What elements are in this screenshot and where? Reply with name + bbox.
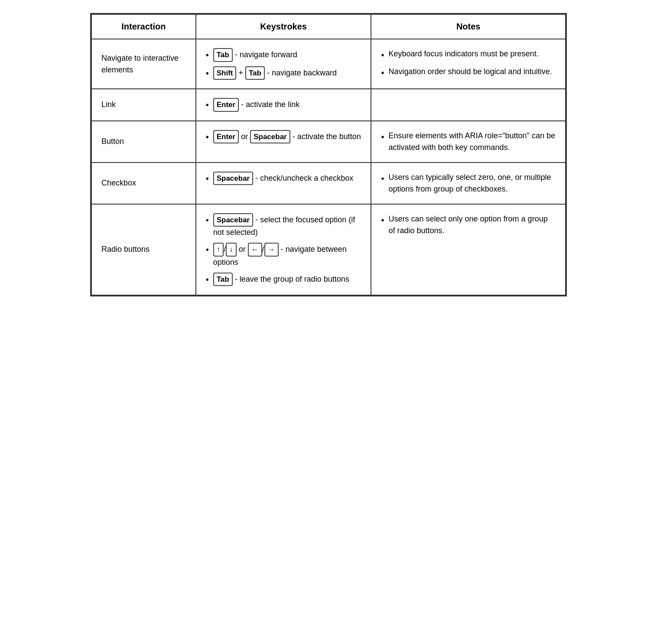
- key-badge: Shift: [213, 66, 237, 80]
- interaction-cell-2: Button: [91, 121, 196, 163]
- keystroke-item-4-1: ↑/↓ or ←/→ - navigate between options: [206, 243, 361, 268]
- header-interaction: Interaction: [91, 14, 196, 39]
- keystrokes-cell-1: Enter - activate the link: [196, 89, 371, 121]
- notes-cell-2: Ensure elements with ARIA role="button" …: [371, 121, 566, 163]
- notes-cell-1: [371, 89, 566, 121]
- keystroke-item-0-1: Shift + Tab - navigate backward: [206, 66, 361, 80]
- interaction-cell-0: Navigate to interactive elements: [91, 39, 196, 89]
- keystroke-item-2-0: Enter or Spacebar - activate the button: [206, 130, 361, 144]
- key-badge: Tab: [245, 66, 265, 80]
- note-item-4-0: Users can select only one option from a …: [381, 213, 556, 237]
- interaction-cell-3: Checkbox: [91, 163, 196, 204]
- key-badge: Spacebar: [213, 172, 254, 185]
- note-item-2-0: Ensure elements with ARIA role="button" …: [381, 130, 556, 153]
- keystroke-item-0-0: Tab - navigate forward: [206, 48, 361, 62]
- keyboard-interaction-table: Interaction Keystrokes Notes Navigate to…: [90, 13, 567, 296]
- key-badge: Tab: [213, 273, 233, 286]
- interaction-cell-1: Link: [91, 89, 196, 121]
- key-badge: ↑: [213, 243, 224, 257]
- note-item-0-1: Navigation order should be logical and i…: [381, 66, 556, 79]
- key-badge: Spacebar: [213, 213, 254, 227]
- note-item-0-0: Keyboard focus indicators must be presen…: [381, 48, 556, 62]
- key-badge: ↓: [226, 243, 237, 257]
- keystroke-item-3-0: Spacebar - check/uncheck a checkbox: [206, 172, 361, 185]
- key-badge: Enter: [213, 130, 239, 144]
- notes-cell-3: Users can typically select zero, one, or…: [371, 163, 566, 204]
- keystrokes-cell-2: Enter or Spacebar - activate the button: [196, 121, 371, 163]
- note-item-3-0: Users can typically select zero, one, or…: [381, 172, 556, 195]
- key-badge: Spacebar: [250, 130, 290, 144]
- key-badge: →: [264, 243, 279, 257]
- keystroke-item-1-0: Enter - activate the link: [206, 98, 361, 112]
- header-keystrokes: Keystrokes: [196, 14, 371, 39]
- key-badge: ←: [248, 243, 262, 257]
- key-badge: Enter: [213, 98, 239, 112]
- header-notes: Notes: [371, 14, 566, 39]
- interaction-cell-4: Radio buttons: [91, 204, 196, 296]
- keystrokes-cell-3: Spacebar - check/uncheck a checkbox: [196, 163, 371, 204]
- key-badge: Tab: [213, 48, 233, 62]
- keystroke-item-4-0: Spacebar - select the focused option (if…: [206, 213, 361, 239]
- keystrokes-cell-4: Spacebar - select the focused option (if…: [196, 204, 371, 296]
- keystroke-item-4-2: Tab - leave the group of radio buttons: [206, 273, 361, 286]
- notes-cell-0: Keyboard focus indicators must be presen…: [371, 39, 566, 89]
- notes-cell-4: Users can select only one option from a …: [371, 204, 566, 296]
- keystrokes-cell-0: Tab - navigate forwardShift + Tab - navi…: [196, 39, 371, 89]
